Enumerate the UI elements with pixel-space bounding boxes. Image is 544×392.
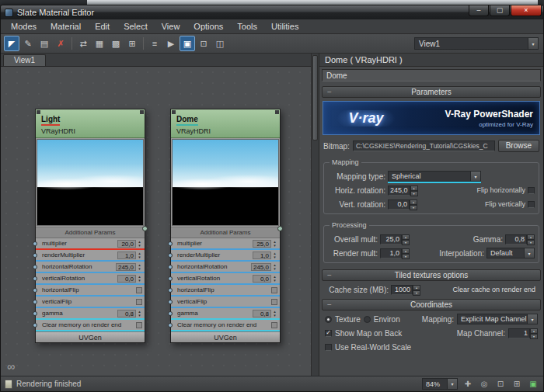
node-param-row[interactable]: multiplier 25,0 bbox=[171, 238, 280, 250]
menu-modes[interactable]: Modes bbox=[4, 20, 44, 33]
pick-material-button[interactable]: ✎ bbox=[20, 36, 36, 51]
node-canvas[interactable]: Light VRayHDRI Additional Params multipl… bbox=[1, 67, 311, 376]
overall-mult-spinner[interactable]: 25,0 bbox=[380, 234, 410, 245]
layout-all-button[interactable]: ▣ bbox=[180, 36, 195, 51]
interpolation-dropdown[interactable]: Default bbox=[486, 248, 535, 258]
param-value-field[interactable]: 0,0 bbox=[253, 275, 271, 283]
node-header[interactable]: Dome VRayHDRI bbox=[171, 109, 280, 138]
spinner-icon[interactable] bbox=[272, 262, 277, 271]
input-socket[interactable] bbox=[33, 300, 37, 304]
bitmap-path-field[interactable]: C:\CGSKIES\Rendering_Tutorial\CGSkies_C bbox=[353, 140, 495, 151]
param-value-field[interactable]: 25,0 bbox=[253, 240, 271, 248]
menu-view[interactable]: View bbox=[155, 20, 187, 33]
spinner-value[interactable]: 0,0 bbox=[388, 199, 410, 210]
snap-to-grid-button[interactable]: ⊞ bbox=[124, 36, 140, 51]
cache-size-spinner[interactable]: 1000 bbox=[391, 285, 420, 295]
zoom-extents-button[interactable]: ⊞ bbox=[511, 378, 523, 390]
input-socket[interactable] bbox=[33, 241, 37, 246]
show-grid-button[interactable]: ▩ bbox=[108, 36, 124, 51]
node-view[interactable]: View1 Light VRayHDRI Additional Params m… bbox=[1, 54, 311, 376]
flip-vertical-checkbox[interactable] bbox=[528, 201, 535, 208]
node-param-row[interactable]: Clear memory on render end bbox=[171, 320, 280, 331]
input-socket[interactable] bbox=[168, 276, 173, 281]
view-selector-dropdown[interactable]: View1 bbox=[414, 37, 539, 50]
node-param-row[interactable]: horizontalRotation 245,0 bbox=[171, 262, 280, 273]
zoom-level-dropdown[interactable]: 84% bbox=[422, 378, 458, 390]
input-socket[interactable] bbox=[33, 253, 37, 258]
material-node-dome[interactable]: Dome VRayHDRI Additional Params multipli… bbox=[170, 109, 281, 343]
rollout-coordinates[interactable]: Coordinates bbox=[322, 299, 541, 310]
put-to-library-button[interactable]: ▤ bbox=[37, 36, 52, 51]
node-param-row[interactable]: verticalFlip bbox=[36, 297, 145, 308]
param-value-field[interactable]: 1,0 bbox=[117, 252, 136, 259]
scrollbar-thumb[interactable] bbox=[312, 55, 318, 140]
pan-tool-button[interactable]: ✚ bbox=[462, 378, 474, 390]
spinner-arrows-icon[interactable] bbox=[527, 234, 535, 245]
rollout-tiled-textures[interactable]: Tiled textures options bbox=[322, 269, 541, 281]
node-view-scrollbar[interactable] bbox=[311, 54, 319, 376]
node-param-row[interactable]: gamma 0,8 bbox=[36, 308, 145, 320]
param-value-field[interactable]: 0,0 bbox=[117, 275, 136, 283]
spinner-value[interactable]: 0,8 bbox=[505, 234, 527, 245]
node-param-row[interactable]: Clear memory on render end bbox=[36, 320, 145, 331]
zoom-tool-button[interactable]: ◎ bbox=[478, 378, 490, 390]
param-value-field[interactable]: 245,0 bbox=[251, 263, 271, 271]
input-socket[interactable] bbox=[33, 276, 37, 281]
uvgen-slot[interactable]: UVGen bbox=[171, 331, 280, 342]
spinner-arrows-icon[interactable] bbox=[402, 248, 410, 258]
spinner-icon[interactable] bbox=[137, 309, 142, 317]
spinner-arrows-icon[interactable] bbox=[410, 199, 417, 210]
param-checkbox[interactable] bbox=[136, 287, 142, 293]
param-value-field[interactable]: 245,0 bbox=[116, 263, 136, 271]
flip-horizontal-checkbox[interactable] bbox=[528, 187, 535, 194]
close-button[interactable]: × bbox=[511, 5, 542, 16]
node-param-row[interactable]: gamma 0,8 bbox=[171, 308, 280, 320]
input-socket[interactable] bbox=[33, 288, 37, 293]
maximize-button[interactable]: ▢ bbox=[490, 5, 510, 16]
node-param-row[interactable]: horizontalFlip bbox=[36, 285, 145, 297]
uvgen-slot[interactable]: UVGen bbox=[36, 331, 145, 342]
spinner-icon[interactable] bbox=[272, 309, 277, 317]
binoculars-icon[interactable] bbox=[7, 360, 15, 373]
param-checkbox[interactable] bbox=[271, 299, 277, 305]
input-socket[interactable] bbox=[168, 241, 173, 246]
input-socket[interactable] bbox=[33, 265, 37, 269]
node-param-row[interactable]: verticalRotation 0,0 bbox=[171, 273, 280, 285]
spinner-value[interactable]: 245,0 bbox=[388, 186, 410, 196]
spinner-arrows-icon[interactable] bbox=[410, 186, 418, 196]
param-checkbox[interactable] bbox=[271, 287, 277, 293]
clear-cache-button[interactable]: Clear cache on render end bbox=[450, 285, 538, 294]
output-socket[interactable] bbox=[277, 226, 283, 231]
param-value-field[interactable]: 0,8 bbox=[117, 310, 136, 317]
hdri-preview-image[interactable] bbox=[172, 139, 279, 226]
zoom-extents-button[interactable]: ⊡ bbox=[196, 36, 211, 51]
node-param-row[interactable]: horizontalRotation 245,0 bbox=[36, 262, 145, 273]
spinner-icon[interactable] bbox=[137, 251, 142, 259]
node-param-row[interactable]: renderMultiplier 1,0 bbox=[171, 250, 280, 262]
param-value-field[interactable]: 20,0 bbox=[117, 240, 136, 248]
node-param-row[interactable]: horizontalFlip bbox=[171, 285, 280, 297]
spinner-icon[interactable] bbox=[137, 262, 142, 271]
menu-material[interactable]: Material bbox=[44, 20, 88, 33]
spinner-arrows-icon[interactable] bbox=[413, 285, 420, 295]
spinner-icon[interactable] bbox=[137, 239, 142, 248]
vert-rotation-spinner[interactable]: 0,0 bbox=[388, 199, 417, 210]
browse-button[interactable]: Browse bbox=[498, 140, 539, 152]
node-param-row[interactable]: verticalRotation 0,0 bbox=[36, 273, 145, 285]
rollout-parameters[interactable]: Parameters bbox=[322, 86, 541, 98]
spinner-value[interactable]: 1000 bbox=[391, 285, 413, 295]
title-bar[interactable]: Slate Material Editor – ▢ × bbox=[1, 5, 543, 19]
zoom-region-button[interactable]: ⊡ bbox=[494, 378, 507, 390]
arrange-children-button[interactable]: ▶ bbox=[163, 36, 179, 51]
zoom-extents-selected-button[interactable]: ▣ bbox=[527, 378, 539, 390]
spinner-icon[interactable] bbox=[137, 274, 142, 283]
material-node-light[interactable]: Light VRayHDRI Additional Params multipl… bbox=[35, 109, 145, 343]
input-socket[interactable] bbox=[168, 253, 173, 258]
use-real-world-scale-checkbox[interactable] bbox=[325, 344, 332, 351]
input-socket[interactable] bbox=[33, 323, 37, 328]
hdri-preview-image[interactable] bbox=[37, 139, 144, 226]
texture-radio[interactable] bbox=[325, 316, 332, 323]
move-children-button[interactable]: ⇄ bbox=[75, 36, 91, 51]
spinner-value[interactable]: 1 bbox=[508, 328, 530, 338]
environ-radio[interactable] bbox=[364, 316, 371, 323]
